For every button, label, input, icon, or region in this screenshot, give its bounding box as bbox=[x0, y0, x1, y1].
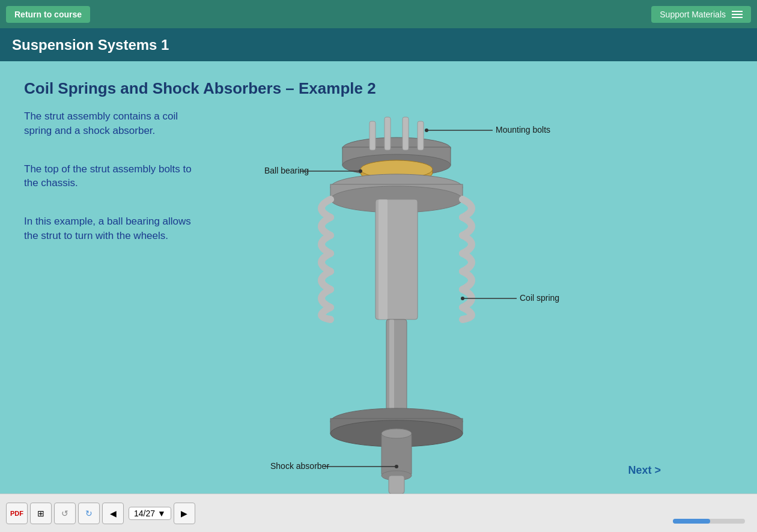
progress-bar-fill bbox=[673, 519, 710, 524]
next-page-icon: ▶ bbox=[181, 509, 187, 518]
home-button[interactable]: ⊞ bbox=[30, 503, 52, 524]
next-button[interactable]: Next > bbox=[628, 464, 661, 477]
svg-rect-13 bbox=[378, 199, 388, 319]
svg-point-24 bbox=[359, 169, 362, 173]
svg-rect-19 bbox=[382, 434, 412, 476]
svg-rect-15 bbox=[389, 319, 394, 416]
return-to-course-button[interactable]: Return to course bbox=[6, 6, 90, 23]
page-dropdown-icon: ▼ bbox=[157, 509, 166, 518]
coil-spring-right bbox=[463, 199, 472, 319]
paragraph-3: In this example, a ball bearing allows t… bbox=[24, 214, 204, 243]
pdf-icon: PDF bbox=[10, 510, 23, 517]
support-materials-label: Support Materials bbox=[660, 10, 726, 19]
paragraph-2: The top of the strut assembly bolts to t… bbox=[24, 162, 204, 191]
mounting-bolts-label: Mounting bolts bbox=[496, 125, 550, 135]
paragraph-1: The strut assembly contains a coil sprin… bbox=[24, 109, 204, 138]
back-circle-icon: ↺ bbox=[61, 509, 68, 518]
coil-spring-left bbox=[321, 199, 330, 319]
prev-page-button[interactable]: ◀ bbox=[102, 503, 124, 524]
coil-spring-label: Coil spring bbox=[520, 293, 559, 303]
page-indicator[interactable]: 14/27 ▼ bbox=[129, 507, 171, 520]
pdf-button[interactable]: PDF bbox=[6, 503, 28, 524]
page-title: Suspension Systems 1 bbox=[12, 37, 169, 53]
svg-rect-22 bbox=[389, 476, 404, 494]
next-page-button[interactable]: ▶ bbox=[174, 503, 195, 524]
hamburger-icon bbox=[732, 11, 743, 18]
left-text-panel: The strut assembly contains a coil sprin… bbox=[24, 109, 204, 267]
diagram-container: Ball bearing Mounting bolts Coil spring … bbox=[264, 91, 577, 500]
shock-absorber-label: Shock absorber bbox=[270, 461, 329, 471]
home-icon: ⊞ bbox=[37, 509, 44, 518]
top-nav-bar: Return to course Support Materials bbox=[0, 0, 757, 28]
title-bar: Suspension Systems 1 bbox=[0, 28, 757, 61]
bottom-toolbar: PDF ⊞ ↺ ↻ ◀ 14/27 ▼ ▶ bbox=[0, 494, 757, 532]
back-circle-button[interactable]: ↺ bbox=[54, 503, 76, 524]
page-display: 14/27 bbox=[134, 509, 155, 518]
svg-rect-6 bbox=[418, 121, 424, 150]
progress-bar-container bbox=[673, 519, 745, 524]
ball-bearing-label: Ball bearing bbox=[264, 166, 309, 175]
main-content-area: Coil Springs and Shock Absorbers – Examp… bbox=[0, 61, 757, 494]
svg-point-28 bbox=[461, 297, 464, 300]
svg-rect-3 bbox=[369, 121, 375, 150]
support-materials-button[interactable]: Support Materials bbox=[651, 6, 751, 23]
svg-point-26 bbox=[425, 128, 428, 132]
svg-rect-5 bbox=[403, 117, 409, 150]
svg-rect-4 bbox=[385, 117, 391, 150]
refresh-icon: ↻ bbox=[85, 509, 93, 518]
prev-page-icon: ◀ bbox=[110, 509, 117, 518]
svg-point-20 bbox=[382, 429, 412, 438]
refresh-button[interactable]: ↻ bbox=[78, 503, 100, 524]
strut-diagram: Ball bearing Mounting bolts Coil spring … bbox=[264, 91, 577, 500]
svg-point-30 bbox=[395, 465, 398, 468]
